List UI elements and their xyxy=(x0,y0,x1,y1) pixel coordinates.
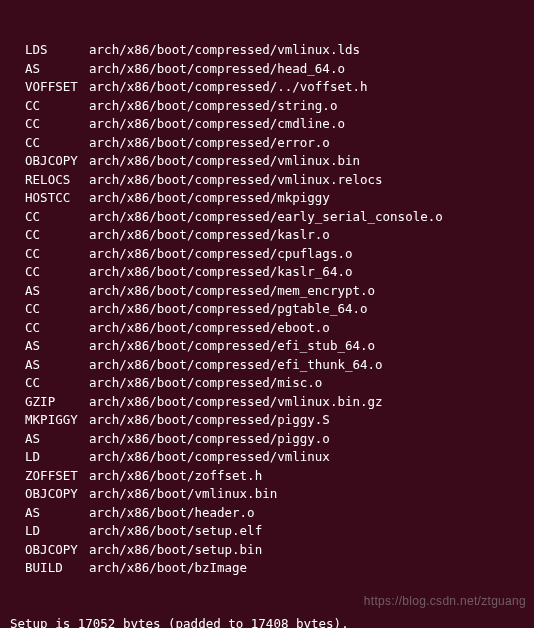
build-path: arch/x86/boot/compressed/vmlinux.relocs xyxy=(89,172,383,187)
build-cmd: CC xyxy=(25,97,89,116)
build-line: OBJCOPYarch/x86/boot/compressed/vmlinux.… xyxy=(10,152,532,171)
build-path: arch/x86/boot/compressed/vmlinux.lds xyxy=(89,42,360,57)
build-path: arch/x86/boot/zoffset.h xyxy=(89,468,262,483)
build-line: CCarch/x86/boot/compressed/kaslr_64.o xyxy=(10,263,532,282)
terminal-output[interactable]: LDSarch/x86/boot/compressed/vmlinux.lds … xyxy=(0,0,534,628)
build-cmd: CC xyxy=(25,134,89,153)
build-path: arch/x86/boot/compressed/pgtable_64.o xyxy=(89,301,367,316)
build-line: ZOFFSETarch/x86/boot/zoffset.h xyxy=(10,467,532,486)
build-cmd: CC xyxy=(25,245,89,264)
build-path: arch/x86/boot/compressed/cmdline.o xyxy=(89,116,345,131)
build-path: arch/x86/boot/compressed/piggy.o xyxy=(89,431,330,446)
build-cmd: AS xyxy=(25,337,89,356)
build-cmd: CC xyxy=(25,263,89,282)
build-path: arch/x86/boot/compressed/vmlinux.bin xyxy=(89,153,360,168)
build-path: arch/x86/boot/compressed/vmlinux xyxy=(89,449,330,464)
build-path: arch/x86/boot/vmlinux.bin xyxy=(89,486,277,501)
build-line: ASarch/x86/boot/header.o xyxy=(10,504,532,523)
build-path: arch/x86/boot/compressed/misc.o xyxy=(89,375,322,390)
build-line: OBJCOPYarch/x86/boot/vmlinux.bin xyxy=(10,485,532,504)
build-cmd: ZOFFSET xyxy=(25,467,89,486)
build-line: OBJCOPYarch/x86/boot/setup.bin xyxy=(10,541,532,560)
build-line: CCarch/x86/boot/compressed/pgtable_64.o xyxy=(10,300,532,319)
build-path: arch/x86/boot/compressed/eboot.o xyxy=(89,320,330,335)
build-cmd: AS xyxy=(25,282,89,301)
build-cmd: CC xyxy=(25,115,89,134)
build-cmd: CC xyxy=(25,374,89,393)
build-line: LDSarch/x86/boot/compressed/vmlinux.lds xyxy=(10,41,532,60)
build-cmd: RELOCS xyxy=(25,171,89,190)
build-line: RELOCSarch/x86/boot/compressed/vmlinux.r… xyxy=(10,171,532,190)
build-cmd: OBJCOPY xyxy=(25,152,89,171)
build-line: ASarch/x86/boot/compressed/piggy.o xyxy=(10,430,532,449)
build-path: arch/x86/boot/header.o xyxy=(89,505,255,520)
build-line: CCarch/x86/boot/compressed/cpuflags.o xyxy=(10,245,532,264)
build-cmd: LD xyxy=(25,522,89,541)
build-cmd: HOSTCC xyxy=(25,189,89,208)
build-cmd: OBJCOPY xyxy=(25,485,89,504)
build-path: arch/x86/boot/bzImage xyxy=(89,560,247,575)
status-setup: Setup is 17052 bytes (padded to 17408 by… xyxy=(10,615,532,629)
build-path: arch/x86/boot/compressed/efi_stub_64.o xyxy=(89,338,375,353)
build-cmd: CC xyxy=(25,208,89,227)
build-line: ASarch/x86/boot/compressed/head_64.o xyxy=(10,60,532,79)
build-path: arch/x86/boot/compressed/error.o xyxy=(89,135,330,150)
build-path: arch/x86/boot/compressed/kaslr_64.o xyxy=(89,264,352,279)
build-path: arch/x86/boot/compressed/early_serial_co… xyxy=(89,209,443,224)
build-path: arch/x86/boot/compressed/efi_thunk_64.o xyxy=(89,357,383,372)
build-line: VOFFSETarch/x86/boot/compressed/../voffs… xyxy=(10,78,532,97)
build-line: ASarch/x86/boot/compressed/efi_thunk_64.… xyxy=(10,356,532,375)
build-line: CCarch/x86/boot/compressed/early_serial_… xyxy=(10,208,532,227)
build-line: GZIParch/x86/boot/compressed/vmlinux.bin… xyxy=(10,393,532,412)
build-line: CCarch/x86/boot/compressed/misc.o xyxy=(10,374,532,393)
build-cmd: AS xyxy=(25,504,89,523)
build-cmd: CC xyxy=(25,226,89,245)
build-cmd: AS xyxy=(25,430,89,449)
build-cmd: VOFFSET xyxy=(25,78,89,97)
build-line: CCarch/x86/boot/compressed/eboot.o xyxy=(10,319,532,338)
build-cmd: MKPIGGY xyxy=(25,411,89,430)
build-path: arch/x86/boot/setup.bin xyxy=(89,542,262,557)
build-path: arch/x86/boot/compressed/head_64.o xyxy=(89,61,345,76)
build-path: arch/x86/boot/compressed/vmlinux.bin.gz xyxy=(89,394,383,409)
build-cmd: CC xyxy=(25,300,89,319)
build-line: HOSTCCarch/x86/boot/compressed/mkpiggy xyxy=(10,189,532,208)
build-cmd: GZIP xyxy=(25,393,89,412)
build-path: arch/x86/boot/setup.elf xyxy=(89,523,262,538)
build-cmd: LDS xyxy=(25,41,89,60)
build-line: ASarch/x86/boot/compressed/efi_stub_64.o xyxy=(10,337,532,356)
build-path: arch/x86/boot/compressed/mem_encrypt.o xyxy=(89,283,375,298)
build-cmd: AS xyxy=(25,356,89,375)
build-line: CCarch/x86/boot/compressed/string.o xyxy=(10,97,532,116)
build-cmd: AS xyxy=(25,60,89,79)
build-path: arch/x86/boot/compressed/mkpiggy xyxy=(89,190,330,205)
build-path: arch/x86/boot/compressed/piggy.S xyxy=(89,412,330,427)
build-line: LDarch/x86/boot/setup.elf xyxy=(10,522,532,541)
build-cmd: CC xyxy=(25,319,89,338)
build-path: arch/x86/boot/compressed/kaslr.o xyxy=(89,227,330,242)
build-line: MKPIGGYarch/x86/boot/compressed/piggy.S xyxy=(10,411,532,430)
build-path: arch/x86/boot/compressed/cpuflags.o xyxy=(89,246,352,261)
build-cmd: LD xyxy=(25,448,89,467)
build-line: BUILDarch/x86/boot/bzImage xyxy=(10,559,532,578)
build-path: arch/x86/boot/compressed/../voffset.h xyxy=(89,79,367,94)
build-line: CCarch/x86/boot/compressed/kaslr.o xyxy=(10,226,532,245)
build-line: ASarch/x86/boot/compressed/mem_encrypt.o xyxy=(10,282,532,301)
build-line: CCarch/x86/boot/compressed/error.o xyxy=(10,134,532,153)
build-cmd: BUILD xyxy=(25,559,89,578)
build-line: CCarch/x86/boot/compressed/cmdline.o xyxy=(10,115,532,134)
build-line: LDarch/x86/boot/compressed/vmlinux xyxy=(10,448,532,467)
build-path: arch/x86/boot/compressed/string.o xyxy=(89,98,337,113)
build-cmd: OBJCOPY xyxy=(25,541,89,560)
